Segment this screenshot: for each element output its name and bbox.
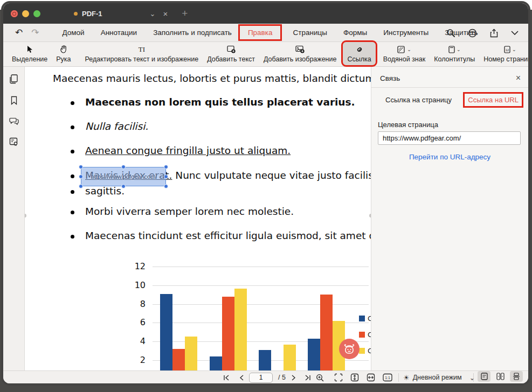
- svg-text:1:1: 1:1: [385, 376, 390, 380]
- tab-close-icon[interactable]: ×: [163, 9, 168, 18]
- tool-link-label: Ссылка: [347, 55, 371, 63]
- selection-handle-n[interactable]: [121, 165, 126, 169]
- chart-gridline: [153, 304, 369, 305]
- selection-url-tooltip: https://www.pdfgear.com/: [84, 173, 164, 180]
- doc-bullet-4-rest: Nunc vulputate neque vitae justo facilis…: [172, 170, 371, 181]
- selection-handle-sw[interactable]: [79, 184, 83, 188]
- menu-pages[interactable]: Страницы: [285, 26, 335, 39]
- close-window-button[interactable]: [11, 10, 18, 17]
- doc-bullet-5: Morbi viverra semper lorem nec molestie.: [85, 206, 371, 217]
- panel-divider: [371, 87, 528, 88]
- tool-add-image[interactable]: Добавить изображение: [259, 42, 341, 65]
- url-input[interactable]: [378, 131, 521, 145]
- ai-assistant-robot-button[interactable]: [339, 339, 360, 359]
- statusbar-divider: [398, 373, 399, 382]
- doc-bullet-4-line2: sagittis.: [85, 185, 371, 197]
- document-tab[interactable]: PDF-1: [74, 10, 102, 18]
- comments-icon[interactable]: [9, 117, 19, 125]
- y-axis-tick-label: 12: [135, 261, 146, 271]
- screenshot-stage: PDF-1 ⌄ × + ↶ ↷ Домой Аннотации Заполнит…: [0, 0, 532, 392]
- actual-size-icon[interactable]: 1:1: [383, 371, 392, 383]
- y-axis-tick-label: 10: [135, 280, 146, 290]
- tool-header-footer[interactable]: ⌄ Колонтитулы: [430, 42, 479, 65]
- menu-edit[interactable]: Правка: [240, 26, 281, 39]
- text-selection-box[interactable]: https://www.pdfgear.com/: [81, 167, 166, 186]
- menu-items: Домой Аннотации Заполнить и подписать Пр…: [54, 26, 486, 39]
- doc-bullet-3: Aenean congue fringilla justo ut aliquam…: [85, 145, 371, 156]
- menu-tools[interactable]: Инструменты: [375, 26, 437, 39]
- svg-text:12: 12: [506, 48, 509, 52]
- y-axis-tick-label: 4: [140, 336, 146, 346]
- fit-width-icon[interactable]: [367, 371, 375, 383]
- selection-handle-se[interactable]: [164, 184, 168, 188]
- share-icon[interactable]: [490, 29, 498, 38]
- menu-forms[interactable]: Формы: [335, 26, 375, 39]
- previous-page-button[interactable]: [239, 371, 244, 383]
- tab-title: PDF-1: [82, 10, 102, 18]
- bookmarks-icon[interactable]: [10, 96, 18, 105]
- display-mode-dropdown[interactable]: ☀ Дневной режим ⌄: [403, 371, 475, 383]
- undo-icon[interactable]: ↶: [15, 27, 23, 38]
- selection-handle-w[interactable]: [79, 174, 83, 179]
- selection-handle-e[interactable]: [164, 174, 168, 179]
- tab-link-to-url[interactable]: Ссылка на URL: [465, 94, 522, 106]
- bar-chart: ССС: [153, 264, 369, 370]
- menu-annotations[interactable]: Аннотации: [93, 26, 145, 39]
- collapse-toolbar-chevron-icon[interactable]: [511, 31, 519, 35]
- selection-handle-nw[interactable]: [79, 165, 83, 169]
- page-total-label: / 5: [278, 371, 286, 383]
- target-page-label: Целевая страница: [378, 121, 438, 129]
- fit-height-icon[interactable]: [350, 371, 359, 383]
- sidebar-resize-handle[interactable]: [25, 214, 26, 218]
- selection-handle-s[interactable]: [121, 184, 126, 188]
- support-icon[interactable]: [468, 29, 477, 38]
- doc-bullet-2: Nulla facilisi.: [85, 121, 371, 132]
- tool-watermark[interactable]: ⌄ Водяной знак: [379, 42, 430, 65]
- single-page-view-button[interactable]: [478, 371, 490, 382]
- search-icon[interactable]: [446, 29, 455, 37]
- page-number-input[interactable]: [249, 373, 273, 383]
- zoom-icon[interactable]: [316, 371, 324, 383]
- redo-icon[interactable]: ↷: [31, 27, 39, 38]
- edit-toolbar: Выделение Рука ТI Редактировать текст и …: [3, 42, 528, 67]
- tab-list-chevron-icon[interactable]: ⌄: [150, 10, 156, 18]
- continuous-scroll-view-button[interactable]: [510, 371, 523, 382]
- new-tab-button[interactable]: +: [182, 8, 188, 19]
- zoom-window-button[interactable]: [33, 10, 40, 17]
- go-to-url-link[interactable]: Перейти по URL-адресу: [371, 153, 528, 161]
- chart-bar: [234, 289, 247, 370]
- legend-swatch-icon: [359, 332, 365, 338]
- robot-face-icon: [343, 344, 355, 354]
- next-page-button[interactable]: [291, 371, 296, 383]
- minimize-window-button[interactable]: [22, 10, 29, 17]
- watermark-icon: [397, 46, 405, 53]
- tab-link-to-page[interactable]: Ссылка на страницу: [382, 94, 455, 106]
- fit-page-icon[interactable]: [334, 371, 343, 383]
- selection-handle-ne[interactable]: [164, 165, 168, 169]
- hand-icon: [60, 45, 67, 54]
- tool-link[interactable]: Ссылка: [343, 42, 375, 65]
- tool-add-text[interactable]: Добавить текст: [203, 42, 259, 65]
- y-axis-tick-label: 6: [140, 317, 146, 327]
- first-page-button[interactable]: [223, 371, 230, 383]
- panel-resize-handle[interactable]: [369, 214, 371, 218]
- tool-edit-text-image[interactable]: ТI Редактировать текст и изображение: [81, 42, 203, 65]
- last-page-button[interactable]: [304, 371, 311, 383]
- tool-hand[interactable]: Рука: [52, 42, 75, 65]
- panel-title: Связь: [380, 74, 400, 82]
- page-thumbnails-icon[interactable]: [9, 74, 18, 84]
- doc-paragraph: Maecenas mauris lectus, lobortis et puru…: [53, 73, 371, 84]
- statusbar-divider-2: [473, 373, 474, 382]
- tool-select[interactable]: Выделение: [8, 42, 52, 65]
- panel-close-icon[interactable]: ×: [516, 73, 521, 83]
- menu-home[interactable]: Домой: [54, 26, 93, 39]
- certificates-icon[interactable]: [9, 137, 18, 146]
- doc-bullet-6: Maecenas tincidunt est efficitur ligula …: [85, 230, 371, 241]
- two-page-view-button[interactable]: [494, 371, 507, 382]
- chart-bar: [160, 294, 172, 371]
- chart-bar: [185, 337, 197, 370]
- tool-page-number[interactable]: 12 ⌄ Номер страницы: [479, 42, 528, 65]
- menu-fill-sign[interactable]: Заполнить и подписать: [145, 26, 240, 39]
- legend-swatch-icon: [359, 316, 365, 321]
- left-sidebar: [3, 67, 25, 370]
